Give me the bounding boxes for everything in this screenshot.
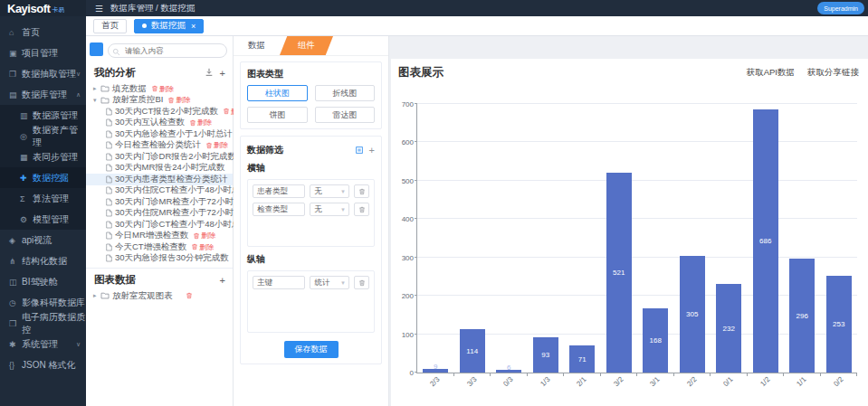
tree-item[interactable]: 30天内急诊检查小于1小时总计 — [86, 128, 233, 140]
add-chart-data-icon[interactable]: + — [220, 275, 225, 286]
bar-value-label: 114 — [466, 346, 478, 354]
x-axis-agg-select[interactable]: 无▼ — [310, 203, 349, 216]
chart-type-饼图[interactable]: 饼图 — [247, 107, 308, 123]
add-filter-icon[interactable]: + — [369, 145, 375, 156]
data-asset-icon: ◎ — [20, 132, 33, 141]
bar[interactable]: 9 — [423, 369, 448, 373]
page-tab-数据挖掘[interactable]: 数据挖掘× — [134, 19, 204, 33]
tree-item[interactable]: 今日MR增强检查数删除 — [86, 231, 233, 242]
delete-link[interactable]: 删除 — [151, 84, 174, 94]
hamburger-icon[interactable]: ☰ — [95, 4, 103, 14]
sidebar-item-BI驾驶舱[interactable]: ◫BI驾驶舱 — [0, 271, 86, 292]
sidebar-item-电子病历数据质控[interactable]: ❒电子病历数据质控 — [0, 313, 86, 334]
tree-item[interactable]: 30天内门诊CT检查小于48小时总计 — [86, 219, 233, 231]
x-axis-field[interactable]: 患者类型 — [253, 184, 305, 198]
tree-item[interactable]: 30天内门诊DR报告2小时完成数 — [86, 151, 233, 163]
trash-icon[interactable] — [354, 184, 369, 198]
delete-link[interactable]: 删除 — [205, 140, 228, 150]
tree-item[interactable]: 30天内MR报告24小时完成数 — [86, 163, 233, 175]
sidebar-item-结构化数据[interactable]: ⋔结构化数据 — [0, 250, 86, 271]
file-icon — [106, 198, 112, 206]
system-icon: ✱ — [9, 340, 22, 349]
tree-item-label: 今日检查检验分类统计 — [115, 139, 201, 151]
sidebar-item-表同步管理[interactable]: ▦表同步管理 — [0, 146, 86, 167]
user-chip[interactable]: Superadmin — [817, 2, 864, 14]
trash-icon[interactable] — [186, 291, 193, 301]
tree-item[interactable]: 今日检查检验分类统计删除 — [86, 140, 233, 152]
config-tab-组件[interactable]: 组件 — [280, 36, 333, 55]
sidebar-item-系统管理[interactable]: ✱系统管理∨ — [0, 334, 86, 354]
tree-item-label: 放射室宏观图表 — [112, 290, 173, 302]
tree-item[interactable]: 30天内互认检查数删除 — [86, 118, 233, 129]
bar[interactable]: 93 — [533, 337, 558, 373]
tree-item[interactable]: 30天内急诊报告30分钟完成数 — [86, 253, 233, 265]
get-api-data-link[interactable]: 获取API数据 — [747, 67, 795, 79]
import-icon[interactable] — [205, 68, 214, 79]
delete-link[interactable]: 删除 — [167, 95, 190, 105]
tree-item[interactable]: 30天内门诊MR检查小于72小时总计 — [86, 196, 233, 208]
bar[interactable]: 71 — [569, 345, 595, 373]
tree-item[interactable]: 30天内住院MR检查小于72小时总计 — [86, 208, 233, 220]
get-share-link[interactable]: 获取分享链接 — [807, 67, 859, 79]
sidebar-item-模型管理[interactable]: ⚙模型管理 — [0, 209, 86, 230]
sidebar-item-数据资产管理[interactable]: ◎数据资产管理 — [0, 126, 86, 146]
y-axis-field[interactable]: 主键 — [253, 276, 305, 289]
arrow-right-icon[interactable]: ▸ — [93, 85, 100, 92]
x-axis-field[interactable]: 检查类型 — [253, 203, 305, 216]
tree-item[interactable]: ▸填充数据删除 — [86, 83, 233, 95]
tree-item[interactable]: 30天内住院CT检查小于48小时总计 — [86, 185, 233, 197]
arrow-right-icon[interactable]: ▸ — [93, 292, 100, 299]
collapse-button[interactable] — [90, 42, 103, 56]
bar-slot: 6861/2 — [748, 104, 785, 373]
page-tab-首页[interactable]: 首页 — [93, 19, 127, 33]
arrow-down-icon[interactable]: ▾ — [93, 97, 100, 104]
y-axis-agg-select[interactable]: 统计▼ — [310, 276, 349, 289]
sidebar-item-api视流[interactable]: ◈api视流 — [0, 230, 86, 250]
delete-link[interactable]: 删除 — [191, 242, 214, 252]
tree-item[interactable]: 30天内CT报告2小时完成数删除 — [86, 106, 233, 118]
filter-copy-icon[interactable] — [355, 146, 364, 155]
chart-type-折线图[interactable]: 折线图 — [315, 85, 376, 101]
add-analysis-icon[interactable]: + — [220, 68, 225, 79]
bar[interactable]: 305 — [680, 256, 705, 373]
close-tab-icon[interactable]: × — [191, 22, 196, 31]
trash-icon[interactable] — [354, 276, 369, 289]
workspace: 我的分析 + ▸填充数据删除▾放射室质控BI删除30天内CT报告2小时完成数删除… — [86, 36, 868, 406]
save-data-button[interactable]: 保存数据 — [284, 341, 339, 358]
sidebar-item-算法管理[interactable]: Σ算法管理 — [0, 188, 86, 209]
bar-slot: 92/3 — [417, 104, 454, 373]
project-icon: ▣ — [9, 49, 22, 58]
tree-item[interactable]: ▾放射室质控BI删除 — [86, 95, 233, 107]
bar[interactable]: 521 — [606, 173, 632, 373]
sidebar-item-数据挖掘[interactable]: ✚数据挖掘 — [0, 167, 86, 188]
bar-slots: 92/31143/360/3931/3712/15213/21683/13052… — [417, 104, 857, 373]
delete-link[interactable]: 删除 — [189, 118, 212, 127]
y-tick-label: 0 — [410, 369, 414, 377]
bar[interactable]: 686 — [753, 109, 778, 373]
sidebar-item-JSON 格式化[interactable]: {}JSON 格式化 — [0, 354, 86, 375]
x-axis-agg-select[interactable]: 无▼ — [310, 184, 349, 198]
sidebar-item-首页[interactable]: ⌂首页 — [0, 22, 86, 42]
bar[interactable]: 253 — [826, 276, 852, 373]
bar-slot: 2530/2 — [821, 104, 858, 373]
chart-data-title: 图表数据 — [94, 273, 136, 287]
config-tab-数据[interactable]: 数据 — [234, 36, 280, 55]
bar[interactable]: 168 — [643, 308, 668, 373]
sidebar-item-数据抽取管理[interactable]: ❐数据抽取管理∨ — [0, 63, 86, 84]
logo-suffix: 卡易 — [52, 5, 64, 14]
data-config-card: 数据筛选 + 横轴 患者类型无▼检查类型无▼ 纵轴 主键统计▼ 保存数据 — [240, 136, 382, 364]
trash-icon[interactable] — [354, 203, 369, 216]
tree-item[interactable]: 今天CT增强检查数删除 — [86, 241, 233, 253]
tree-item[interactable]: ▸放射室宏观图表 — [86, 290, 233, 302]
tree-item[interactable]: 30天内患者类型检查分类统计 — [86, 174, 233, 185]
bar[interactable]: 296 — [789, 259, 815, 373]
sidebar-item-项目管理[interactable]: ▣项目管理 — [0, 42, 86, 63]
chart-type-柱状图[interactable]: 柱状图 — [247, 85, 308, 101]
search-input[interactable] — [108, 43, 227, 58]
bar[interactable]: 232 — [716, 284, 741, 373]
bar[interactable]: 114 — [460, 329, 485, 373]
sidebar-item-数据库管理[interactable]: ▤数据库管理∧ — [0, 84, 86, 105]
bar[interactable]: 6 — [496, 370, 521, 373]
delete-link[interactable]: 删除 — [193, 231, 215, 241]
chart-type-雷达图[interactable]: 雷达图 — [315, 107, 376, 123]
